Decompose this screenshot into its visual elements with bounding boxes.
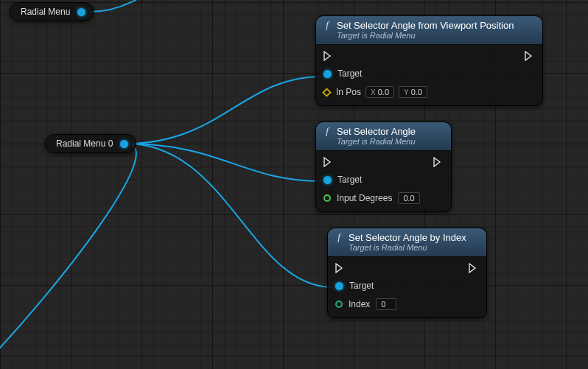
wire (0, 144, 136, 369)
function-icon: f (322, 19, 332, 31)
wire (126, 144, 321, 181)
function-node-set-selector-angle-from-viewport[interactable]: f Set Selector Angle from Viewport Posit… (315, 15, 543, 106)
exec-out-pin[interactable] (433, 157, 444, 167)
exec-out-pin[interactable] (469, 263, 479, 273)
value: 0.0 (411, 88, 422, 96)
variable-label: Radial Menu 0 (56, 138, 113, 149)
node-title: Set Selector Angle by Index (349, 232, 466, 243)
inpos-y-input[interactable]: Y 0.0 (399, 86, 427, 98)
node-header[interactable]: f Set Selector Angle Target is Radial Me… (316, 122, 451, 151)
inpos-x-input[interactable]: X 0.0 (365, 86, 394, 98)
function-icon: f (334, 231, 344, 243)
node-subtitle: Target is Radial Menu (322, 31, 535, 40)
wire (126, 144, 333, 287)
index-input[interactable]: 0 (376, 298, 396, 310)
wire (91, 0, 210, 12)
exec-in-pin[interactable] (335, 263, 346, 273)
index-pin[interactable] (335, 301, 343, 308)
variable-node-radial-menu[interactable]: Radial Menu (10, 2, 94, 21)
output-pin[interactable] (77, 8, 85, 16)
axis-prefix: Y (404, 88, 409, 96)
value: 0.0 (378, 88, 389, 96)
function-node-set-selector-angle[interactable]: f Set Selector Angle Target is Radial Me… (315, 122, 452, 212)
pin-label: Target (349, 281, 374, 291)
target-pin[interactable] (323, 70, 332, 78)
output-pin[interactable] (120, 140, 128, 148)
node-title: Set Selector Angle from Viewport Positio… (337, 20, 514, 31)
variable-node-radial-menu-0[interactable]: Radial Menu 0 (45, 134, 136, 153)
inpos-pin[interactable] (322, 88, 332, 97)
node-subtitle: Target is Radial Menu (334, 243, 479, 252)
function-node-set-selector-angle-by-index[interactable]: f Set Selector Angle by Index Target is … (327, 228, 487, 318)
function-icon: f (322, 125, 332, 137)
pin-label: Index (349, 299, 370, 309)
pin-label: Target (337, 175, 362, 185)
axis-prefix: X (371, 88, 376, 96)
node-header[interactable]: f Set Selector Angle from Viewport Posit… (316, 16, 542, 45)
variable-label: Radial Menu (21, 7, 70, 17)
target-pin[interactable] (335, 282, 343, 290)
exec-in-pin[interactable] (323, 51, 334, 61)
node-subtitle: Target is Radial Menu (322, 137, 444, 146)
exec-out-pin[interactable] (525, 51, 535, 61)
value: 0.0 (403, 194, 414, 203)
wire (126, 77, 321, 144)
node-header[interactable]: f Set Selector Angle by Index Target is … (328, 228, 486, 257)
value: 0 (381, 300, 385, 309)
pin-label: In Pos (336, 87, 361, 97)
node-title: Set Selector Angle (337, 126, 416, 137)
pin-label: Target (337, 68, 362, 79)
exec-in-pin[interactable] (323, 157, 334, 167)
pin-label: Input Degrees (337, 193, 392, 203)
target-pin[interactable] (323, 176, 332, 184)
degrees-pin[interactable] (323, 194, 331, 202)
degrees-input[interactable]: 0.0 (398, 192, 419, 204)
